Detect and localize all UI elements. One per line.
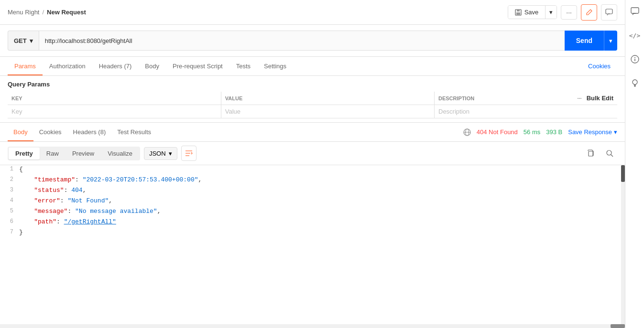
save-response-label: Save Response (568, 128, 612, 136)
save-response-chevron-icon: ▾ (614, 128, 617, 136)
right-sidebar: </> (625, 0, 644, 328)
url-input[interactable] (39, 31, 565, 51)
tab-params[interactable]: Params (8, 58, 43, 75)
h-scrollbar-thumb[interactable] (611, 324, 625, 328)
col-key: KEY (8, 92, 221, 105)
copy-btn[interactable] (583, 146, 598, 161)
svg-point-16 (634, 57, 635, 58)
save-response-btn[interactable]: Save Response ▾ (568, 128, 617, 136)
resp-status: 404 Not Found (477, 128, 518, 136)
line-num-3: 3 (0, 186, 19, 194)
tab-tests[interactable]: Tests (229, 58, 257, 75)
tab-cookies[interactable]: Cookies (581, 58, 617, 75)
tab-body[interactable]: Body (138, 58, 166, 75)
json-line-7: 7 } (0, 228, 625, 239)
json-line-6: 6 "path": "/getRightAll" (0, 218, 625, 228)
line-num-5: 5 (0, 207, 19, 215)
line-num-6: 6 (0, 218, 19, 225)
svg-point-17 (633, 80, 637, 85)
resp-tab-headers[interactable]: Headers (8) (67, 124, 112, 141)
tab-headers[interactable]: Headers (7) (92, 58, 139, 75)
edit-icon (585, 9, 593, 16)
svg-rect-2 (516, 12, 520, 15)
desc-placeholder[interactable]: Description (438, 108, 469, 115)
sidebar-comment-btn[interactable] (627, 4, 643, 19)
tab-authorization[interactable]: Authorization (43, 58, 92, 75)
line-content-4: "error": "Not Found", (19, 197, 112, 205)
value-placeholder[interactable]: Value (225, 108, 240, 115)
request-tabs: Params Authorization Headers (7) Body Pr… (0, 57, 625, 76)
horizontal-scrollbar[interactable] (0, 324, 625, 328)
sidebar-code-icon: </> (629, 32, 640, 39)
breadcrumb-parent[interactable]: Menu Right (8, 9, 39, 16)
comment-icon-btn[interactable] (601, 4, 617, 21)
format-select[interactable]: JSON ▾ (144, 147, 177, 160)
line-content-7: } (19, 228, 23, 236)
breadcrumb-separator: / (42, 9, 44, 16)
resp-time: 56 ms (524, 128, 540, 136)
sidebar-bulb-icon (631, 79, 639, 87)
tab-settings[interactable]: Settings (257, 58, 293, 75)
method-chevron-icon: ▾ (30, 37, 33, 44)
breadcrumb-current: New Request (47, 9, 86, 16)
send-button[interactable]: Send (565, 31, 604, 51)
scrollbar-thumb-top[interactable] (621, 165, 625, 182)
line-content-3: "status": 404, (19, 186, 86, 194)
send-dropdown-btn[interactable]: ▾ (604, 31, 617, 51)
save-icon (515, 9, 522, 16)
more-icon-params[interactable]: ··· (577, 95, 581, 101)
response-section: Body Cookies Headers (8) Test Results 40… (0, 122, 625, 328)
resp-view-pretty[interactable]: Pretty (9, 148, 40, 159)
key-placeholder[interactable]: Key (11, 108, 22, 115)
tab-pre-request[interactable]: Pre-request Script (166, 58, 229, 75)
line-content-2: "timestamp": "2022-03-20T20:57:53.400+00… (19, 176, 202, 184)
resp-tab-body[interactable]: Body (8, 124, 33, 141)
line-num-1: 1 (0, 165, 19, 173)
json-line-1: 1 { (0, 165, 625, 176)
params-table: KEY VALUE DESCRIPTION ··· Bulk Edit (8, 92, 617, 118)
header-actions: Save ▾ ··· (508, 4, 617, 21)
send-btn-group: Send ▾ (565, 31, 617, 51)
line-content-5: "message": "No message available", (19, 207, 161, 215)
method-select[interactable]: GET ▾ (8, 31, 39, 51)
json-output[interactable]: 1 { 2 "timestamp": "2022-03-20T20:57:53.… (0, 165, 625, 324)
json-line-5: 5 "message": "No message available", (0, 207, 625, 218)
col-value: VALUE (221, 92, 434, 105)
wrap-icon (185, 150, 193, 157)
sidebar-code-btn[interactable]: </> (627, 28, 643, 43)
format-chevron-icon: ▾ (169, 150, 172, 157)
response-tabs-bar: Body Cookies Headers (8) Test Results 40… (0, 123, 625, 142)
line-content-6: "path": "/getRightAll" (19, 218, 116, 226)
format-label: JSON (149, 150, 166, 157)
sidebar-comment-icon (631, 7, 639, 16)
url-bar: GET ▾ Send ▾ (0, 25, 625, 57)
save-dropdown-btn[interactable]: ▾ (545, 6, 557, 19)
line-num-2: 2 (0, 176, 19, 183)
sidebar-bulb-btn[interactable] (627, 75, 643, 91)
search-resp-btn[interactable] (602, 146, 617, 161)
resp-body-toolbar: Pretty Raw Preview Visualize JSON ▾ (0, 142, 625, 165)
edit-icon-btn[interactable] (581, 4, 597, 21)
resp-view-raw[interactable]: Raw (40, 148, 65, 159)
svg-rect-13 (631, 8, 639, 13)
save-button[interactable]: Save (508, 6, 546, 19)
header-bar: Menu Right / New Request Save ▾ ··· (0, 0, 625, 25)
resp-tab-cookies[interactable]: Cookies (33, 124, 67, 141)
bulk-edit-btn[interactable]: Bulk Edit (587, 95, 613, 102)
svg-point-11 (607, 150, 611, 155)
sidebar-info-btn[interactable] (627, 52, 643, 67)
more-options-btn[interactable]: ··· (561, 5, 577, 20)
line-num-7: 7 (0, 228, 19, 236)
resp-view-visualize[interactable]: Visualize (101, 148, 139, 159)
svg-rect-1 (517, 10, 520, 11)
method-label: GET (14, 37, 27, 44)
save-label: Save (524, 9, 539, 16)
svg-rect-3 (606, 9, 612, 14)
resp-tab-test-results[interactable]: Test Results (111, 124, 157, 141)
line-content-1: { (19, 165, 23, 173)
resp-view-preview[interactable]: Preview (65, 148, 101, 159)
vertical-scrollbar[interactable] (621, 165, 625, 324)
svg-rect-10 (589, 151, 593, 156)
wrap-btn[interactable] (181, 146, 196, 161)
sidebar-info-icon (631, 55, 639, 63)
